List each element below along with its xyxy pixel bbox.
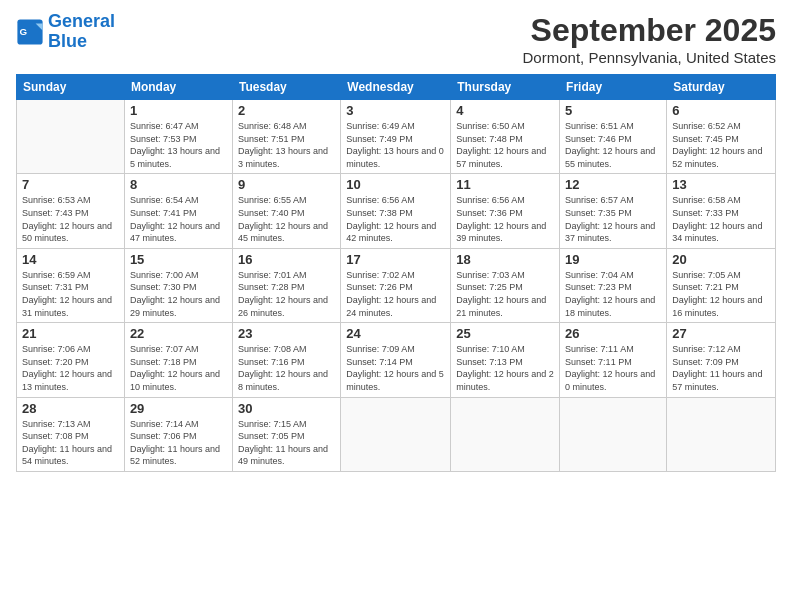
- calendar-cell: 12Sunrise: 6:57 AMSunset: 7:35 PMDayligh…: [560, 174, 667, 248]
- day-info: Sunrise: 6:59 AMSunset: 7:31 PMDaylight:…: [22, 269, 119, 319]
- calendar-cell: 5Sunrise: 6:51 AMSunset: 7:46 PMDaylight…: [560, 100, 667, 174]
- day-info: Sunrise: 7:11 AMSunset: 7:11 PMDaylight:…: [565, 343, 661, 393]
- day-info: Sunrise: 7:01 AMSunset: 7:28 PMDaylight:…: [238, 269, 335, 319]
- calendar-cell: 28Sunrise: 7:13 AMSunset: 7:08 PMDayligh…: [17, 397, 125, 471]
- logo: G General Blue: [16, 12, 115, 52]
- calendar-cell: 30Sunrise: 7:15 AMSunset: 7:05 PMDayligh…: [232, 397, 340, 471]
- calendar-cell: 14Sunrise: 6:59 AMSunset: 7:31 PMDayligh…: [17, 248, 125, 322]
- day-number: 12: [565, 177, 661, 192]
- calendar-cell: 24Sunrise: 7:09 AMSunset: 7:14 PMDayligh…: [341, 323, 451, 397]
- calendar-cell: 2Sunrise: 6:48 AMSunset: 7:51 PMDaylight…: [232, 100, 340, 174]
- calendar-cell: 10Sunrise: 6:56 AMSunset: 7:38 PMDayligh…: [341, 174, 451, 248]
- day-number: 6: [672, 103, 770, 118]
- calendar-cell: [17, 100, 125, 174]
- day-info: Sunrise: 7:09 AMSunset: 7:14 PMDaylight:…: [346, 343, 445, 393]
- day-number: 20: [672, 252, 770, 267]
- day-info: Sunrise: 6:56 AMSunset: 7:38 PMDaylight:…: [346, 194, 445, 244]
- calendar-cell: 3Sunrise: 6:49 AMSunset: 7:49 PMDaylight…: [341, 100, 451, 174]
- day-header-thursday: Thursday: [451, 75, 560, 100]
- day-info: Sunrise: 6:51 AMSunset: 7:46 PMDaylight:…: [565, 120, 661, 170]
- day-header-tuesday: Tuesday: [232, 75, 340, 100]
- svg-text:G: G: [20, 26, 28, 37]
- logo-line1: General: [48, 11, 115, 31]
- calendar-cell: 22Sunrise: 7:07 AMSunset: 7:18 PMDayligh…: [124, 323, 232, 397]
- day-info: Sunrise: 7:03 AMSunset: 7:25 PMDaylight:…: [456, 269, 554, 319]
- day-info: Sunrise: 7:05 AMSunset: 7:21 PMDaylight:…: [672, 269, 770, 319]
- calendar-cell: 9Sunrise: 6:55 AMSunset: 7:40 PMDaylight…: [232, 174, 340, 248]
- day-number: 18: [456, 252, 554, 267]
- day-number: 23: [238, 326, 335, 341]
- calendar-cell: 1Sunrise: 6:47 AMSunset: 7:53 PMDaylight…: [124, 100, 232, 174]
- day-header-friday: Friday: [560, 75, 667, 100]
- day-number: 9: [238, 177, 335, 192]
- day-info: Sunrise: 6:48 AMSunset: 7:51 PMDaylight:…: [238, 120, 335, 170]
- calendar-cell: 27Sunrise: 7:12 AMSunset: 7:09 PMDayligh…: [667, 323, 776, 397]
- calendar-cell: 17Sunrise: 7:02 AMSunset: 7:26 PMDayligh…: [341, 248, 451, 322]
- day-number: 28: [22, 401, 119, 416]
- calendar-cell: 8Sunrise: 6:54 AMSunset: 7:41 PMDaylight…: [124, 174, 232, 248]
- day-info: Sunrise: 7:06 AMSunset: 7:20 PMDaylight:…: [22, 343, 119, 393]
- calendar-cell: 18Sunrise: 7:03 AMSunset: 7:25 PMDayligh…: [451, 248, 560, 322]
- day-info: Sunrise: 7:12 AMSunset: 7:09 PMDaylight:…: [672, 343, 770, 393]
- calendar: SundayMondayTuesdayWednesdayThursdayFrid…: [16, 74, 776, 472]
- day-info: Sunrise: 6:53 AMSunset: 7:43 PMDaylight:…: [22, 194, 119, 244]
- day-info: Sunrise: 6:55 AMSunset: 7:40 PMDaylight:…: [238, 194, 335, 244]
- title-block: September 2025 Dormont, Pennsylvania, Un…: [523, 12, 776, 66]
- day-number: 30: [238, 401, 335, 416]
- week-row: 14Sunrise: 6:59 AMSunset: 7:31 PMDayligh…: [17, 248, 776, 322]
- day-info: Sunrise: 7:08 AMSunset: 7:16 PMDaylight:…: [238, 343, 335, 393]
- day-header-saturday: Saturday: [667, 75, 776, 100]
- calendar-cell: [341, 397, 451, 471]
- location-subtitle: Dormont, Pennsylvania, United States: [523, 49, 776, 66]
- logo-icon: G: [16, 18, 44, 46]
- day-info: Sunrise: 7:14 AMSunset: 7:06 PMDaylight:…: [130, 418, 227, 468]
- day-info: Sunrise: 7:04 AMSunset: 7:23 PMDaylight:…: [565, 269, 661, 319]
- day-number: 11: [456, 177, 554, 192]
- day-number: 25: [456, 326, 554, 341]
- day-number: 10: [346, 177, 445, 192]
- calendar-cell: 11Sunrise: 6:56 AMSunset: 7:36 PMDayligh…: [451, 174, 560, 248]
- calendar-cell: [451, 397, 560, 471]
- header-row: SundayMondayTuesdayWednesdayThursdayFrid…: [17, 75, 776, 100]
- calendar-cell: 20Sunrise: 7:05 AMSunset: 7:21 PMDayligh…: [667, 248, 776, 322]
- day-number: 21: [22, 326, 119, 341]
- day-number: 4: [456, 103, 554, 118]
- day-number: 2: [238, 103, 335, 118]
- day-number: 3: [346, 103, 445, 118]
- day-number: 17: [346, 252, 445, 267]
- day-number: 7: [22, 177, 119, 192]
- day-number: 19: [565, 252, 661, 267]
- day-number: 1: [130, 103, 227, 118]
- logo-line2: Blue: [48, 31, 87, 51]
- day-info: Sunrise: 6:49 AMSunset: 7:49 PMDaylight:…: [346, 120, 445, 170]
- calendar-cell: 6Sunrise: 6:52 AMSunset: 7:45 PMDaylight…: [667, 100, 776, 174]
- day-info: Sunrise: 7:02 AMSunset: 7:26 PMDaylight:…: [346, 269, 445, 319]
- day-info: Sunrise: 7:13 AMSunset: 7:08 PMDaylight:…: [22, 418, 119, 468]
- day-info: Sunrise: 6:58 AMSunset: 7:33 PMDaylight:…: [672, 194, 770, 244]
- page: G General Blue September 2025 Dormont, P…: [0, 0, 792, 612]
- day-number: 24: [346, 326, 445, 341]
- day-number: 13: [672, 177, 770, 192]
- day-info: Sunrise: 6:52 AMSunset: 7:45 PMDaylight:…: [672, 120, 770, 170]
- calendar-cell: 25Sunrise: 7:10 AMSunset: 7:13 PMDayligh…: [451, 323, 560, 397]
- day-number: 5: [565, 103, 661, 118]
- calendar-cell: 23Sunrise: 7:08 AMSunset: 7:16 PMDayligh…: [232, 323, 340, 397]
- day-number: 27: [672, 326, 770, 341]
- day-number: 15: [130, 252, 227, 267]
- day-info: Sunrise: 6:56 AMSunset: 7:36 PMDaylight:…: [456, 194, 554, 244]
- day-info: Sunrise: 6:54 AMSunset: 7:41 PMDaylight:…: [130, 194, 227, 244]
- calendar-cell: 15Sunrise: 7:00 AMSunset: 7:30 PMDayligh…: [124, 248, 232, 322]
- calendar-cell: [667, 397, 776, 471]
- header: G General Blue September 2025 Dormont, P…: [16, 12, 776, 66]
- calendar-cell: 29Sunrise: 7:14 AMSunset: 7:06 PMDayligh…: [124, 397, 232, 471]
- day-header-wednesday: Wednesday: [341, 75, 451, 100]
- calendar-cell: 4Sunrise: 6:50 AMSunset: 7:48 PMDaylight…: [451, 100, 560, 174]
- calendar-cell: 19Sunrise: 7:04 AMSunset: 7:23 PMDayligh…: [560, 248, 667, 322]
- day-number: 22: [130, 326, 227, 341]
- day-info: Sunrise: 7:15 AMSunset: 7:05 PMDaylight:…: [238, 418, 335, 468]
- logo-text: General Blue: [48, 12, 115, 52]
- day-info: Sunrise: 6:50 AMSunset: 7:48 PMDaylight:…: [456, 120, 554, 170]
- day-number: 29: [130, 401, 227, 416]
- day-header-sunday: Sunday: [17, 75, 125, 100]
- calendar-cell: 26Sunrise: 7:11 AMSunset: 7:11 PMDayligh…: [560, 323, 667, 397]
